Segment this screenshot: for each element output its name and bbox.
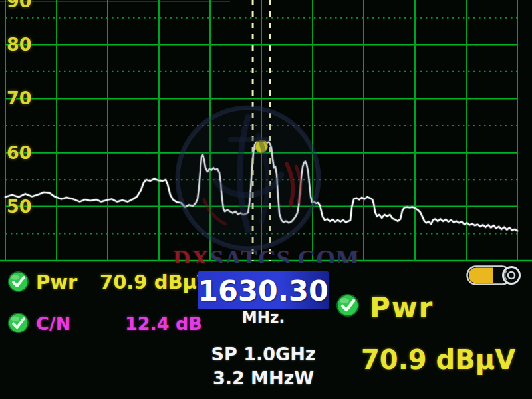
status-panel: Pwr 70.9 dBµV C/N 12.4 dB 1630.30 MHz. S… — [0, 263, 532, 399]
frequency-unit-label: MHz. — [198, 309, 329, 326]
watermark-logo — [170, 100, 327, 257]
watermark-text-rest: SATCS.COM — [209, 245, 359, 263]
check-icon — [336, 293, 360, 317]
watermark-text: DXSATCS.COM — [173, 246, 372, 263]
y-axis-label: 80 — [7, 35, 36, 55]
big-pwr-label: Pwr — [370, 291, 434, 324]
check-icon — [7, 312, 29, 334]
y-axis-label: 60 — [7, 143, 36, 163]
cn-value: 12.4 dB — [125, 313, 202, 334]
center-frequency-display: 1630.30 — [198, 271, 329, 309]
watermark-text-dx: DX — [173, 245, 209, 263]
battery-icon — [466, 265, 522, 285]
center-frequency-value: 1630.30 — [198, 274, 329, 307]
y-axis-label: 70 — [7, 88, 36, 108]
y-axis-label: 50 — [7, 197, 36, 217]
bandwidth-setting: 3.2 MHzW — [198, 368, 329, 388]
pwr-label: Pwr — [36, 271, 77, 293]
check-icon — [7, 271, 29, 293]
cn-label: C/N — [36, 313, 70, 334]
pwr-value: 70.9 dBµV — [100, 271, 211, 293]
y-axis-label: 90 — [7, 0, 36, 11]
satmeter-screen: DXSATCS.COM 9080706050 Pwr 70.9 dBµV C/N… — [0, 0, 532, 399]
span-setting: SP 1.0GHz — [198, 344, 329, 364]
spectrum-chart: DXSATCS.COM 9080706050 — [0, 0, 532, 263]
big-pwr-value: 70.9 dBµV — [361, 344, 515, 375]
